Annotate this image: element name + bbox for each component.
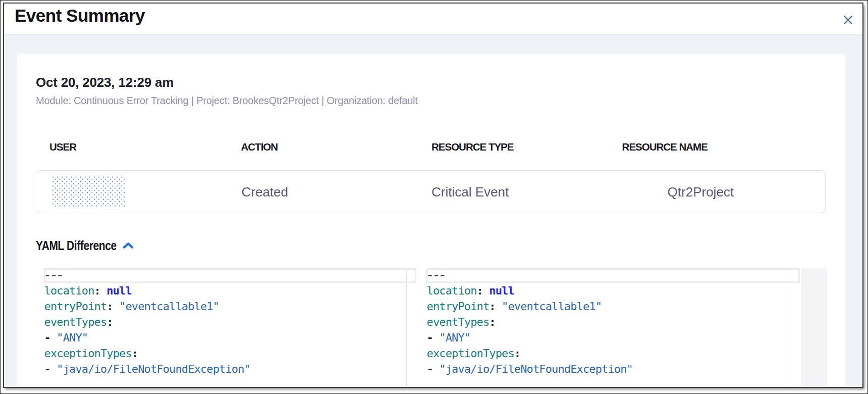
yaml-code-line: exceptionTypes: (44, 346, 416, 361)
yaml-token-punct: - (427, 363, 440, 375)
yaml-document-marker: --- (426, 268, 800, 283)
resource-name-cell: Qtr2Project (609, 184, 825, 200)
yaml-document-marker: --- (44, 268, 416, 283)
yaml-token-str: "eventcallable1" (119, 300, 219, 313)
user-cell (36, 176, 228, 207)
column-header-resource-type: RESOURCE TYPE (418, 141, 609, 152)
yaml-code-line: - "java/io/FileNotFoundException" (426, 361, 800, 377)
event-timestamp: Oct 20, 2023, 12:29 am (36, 74, 826, 90)
yaml-token-punct: : (94, 284, 107, 297)
modal-body: Oct 20, 2023, 12:29 am Module: Continuou… (4, 34, 862, 387)
event-meta: Module: Continuous Error Tracking | Proj… (36, 94, 826, 107)
yaml-token-punct: : (514, 347, 520, 360)
yaml-token-key: exceptionTypes (44, 347, 132, 360)
yaml-token-str: "ANY" (57, 331, 88, 344)
redacted-user-pattern (52, 176, 126, 207)
yaml-token-punct: - (44, 331, 57, 344)
modal-header: Event Summary (4, 4, 862, 34)
action-cell: Created (228, 184, 419, 200)
yaml-token-null: null (489, 284, 514, 297)
audit-table-header-row: USER ACTION RESOURCE TYPE RESOURCE NAME (36, 141, 826, 152)
yaml-token-str: "java/io/FileNotFoundException" (439, 363, 633, 375)
gutter-divider (789, 268, 789, 387)
audit-table-row: Created Critical Event Qtr2Project (36, 170, 826, 213)
yaml-code-line: - "ANY" (426, 330, 800, 346)
yaml-token-punct: - (44, 363, 57, 375)
yaml-token-key: eventTypes (427, 316, 490, 328)
yaml-diff-panels: ---location: nullentryPoint: "eventcalla… (44, 268, 826, 387)
yaml-token-punct: : (106, 316, 113, 328)
yaml-difference-section-header: YAML Difference (36, 239, 826, 252)
yaml-token-punct: : (489, 316, 495, 328)
yaml-token-str: "eventcallable1" (502, 300, 602, 313)
resource-type-cell: Critical Event (418, 184, 609, 200)
yaml-token-str: "ANY" (439, 331, 470, 344)
yaml-difference-label-text: YAML Difference (36, 239, 104, 252)
yaml-token-punct: : (106, 300, 119, 313)
yaml-token-null: null (106, 284, 132, 297)
gutter-divider (406, 268, 407, 387)
yaml-token-punct: : (489, 300, 502, 313)
panel-overflow-area (801, 268, 827, 387)
yaml-token-punct: : (477, 284, 490, 297)
yaml-token-key: entryPoint (44, 300, 107, 313)
column-header-action: ACTION (228, 141, 418, 152)
event-card: Oct 20, 2023, 12:29 am Module: Continuou… (17, 54, 845, 387)
yaml-code-line: entryPoint: "eventcallable1" (426, 299, 800, 314)
yaml-code-line: entryPoint: "eventcallable1" (44, 299, 416, 314)
yaml-code-line: location: null (44, 283, 416, 299)
yaml-token-str: "java/io/FileNotFoundException" (57, 363, 250, 375)
yaml-token-punct: : (132, 347, 138, 360)
close-icon (843, 15, 853, 25)
event-summary-modal: Event Summary Oct 20, 2023, 12:29 am Mod… (3, 3, 863, 388)
yaml-token-key: eventTypes (44, 316, 107, 328)
yaml-token-key: exceptionTypes (427, 347, 514, 360)
yaml-token-punct: - (427, 331, 440, 344)
yaml-diff-panel-left[interactable]: ---location: nullentryPoint: "eventcalla… (44, 268, 416, 387)
column-header-user: USER (36, 141, 228, 152)
close-button[interactable] (840, 11, 857, 28)
yaml-token-key: entryPoint (427, 300, 490, 313)
yaml-code-line: exceptionTypes: (426, 346, 800, 361)
yaml-difference-label: YAML Difference (36, 239, 117, 252)
yaml-token-key: location (44, 284, 94, 297)
chevron-up-icon (123, 242, 134, 249)
column-header-resource-name: RESOURCE NAME (609, 141, 826, 152)
yaml-diff-panel-right[interactable]: ---location: nullentryPoint: "eventcalla… (426, 268, 800, 387)
yaml-code-line: eventTypes: (426, 314, 800, 330)
yaml-code-line: - "java/io/FileNotFoundException" (44, 361, 416, 377)
yaml-code-line: eventTypes: (44, 314, 416, 330)
yaml-code-line: location: null (426, 283, 800, 299)
yaml-token-key: location (427, 284, 477, 297)
yaml-code-line: - "ANY" (44, 330, 416, 346)
collapse-toggle[interactable] (123, 242, 134, 249)
modal-title: Event Summary (15, 4, 145, 27)
